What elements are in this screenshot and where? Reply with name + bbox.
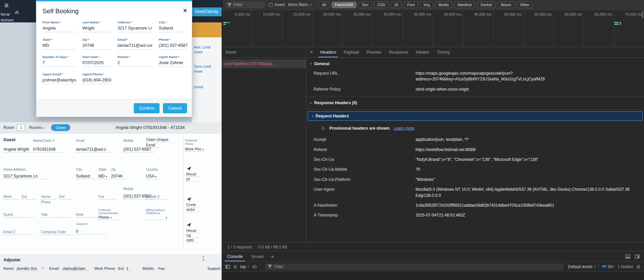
expand-drawer-icon[interactable] — [623, 251, 632, 261]
adjuster-ext-value[interactable]: 1 — [126, 266, 131, 271]
details-tab[interactable]: Payload — [340, 47, 363, 57]
details-tab[interactable]: Response — [385, 47, 412, 57]
guest-field[interactable]: Guest — [3, 212, 34, 218]
save-clarcity-button[interactable]: Save/Clarcity — [190, 7, 222, 16]
log-levels-dropdown[interactable]: Default levels ▾ — [568, 264, 595, 269]
adjuster-name-value[interactable]: Jennifer Gre — [16, 266, 41, 271]
request-headers-section-header[interactable]: ▾ Request Headers — [308, 111, 643, 121]
modal-field-value[interactable]: Josie Zohner — [159, 60, 188, 67]
clear-console-icon[interactable]: ⊘ — [233, 264, 237, 269]
console-tab[interactable]: Issues — [247, 251, 268, 261]
mobile2-field[interactable]: Mobile 2 — [146, 194, 168, 200]
email-value[interactable]: tanow711@aol.c — [76, 147, 110, 152]
network-filter-chip[interactable]: JS — [391, 2, 402, 8]
modal-field-value[interactable]: (818) 804-2903 — [82, 78, 111, 84]
add-drawer-tab-icon[interactable]: + — [268, 251, 277, 261]
network-filter-chip[interactable]: CSS — [374, 2, 389, 8]
request-row[interactable]: json?address=20746&key... — [222, 59, 306, 68]
modal-field-value[interactable]: 07/07/2025 — [82, 60, 111, 67]
rooms-dropdown[interactable]: Rooms▾ — [29, 125, 44, 130]
eye-icon[interactable] — [252, 265, 257, 268]
adjuster-email-value[interactable]: claims@claim — [62, 266, 90, 271]
claim-unique-email-link[interactable]: Claim Unique — [146, 137, 172, 142]
console-filter-input[interactable]: Filter — [265, 263, 564, 270]
general-section-header[interactable]: ▾ General — [306, 59, 644, 69]
guest-id-value[interactable]: 0 — [76, 229, 107, 235]
housing-opts-button[interactable]: Housi ng opts — [186, 222, 203, 243]
confirm-button[interactable]: Confirm — [134, 103, 160, 113]
close-details-icon[interactable]: × — [306, 47, 316, 57]
hidden-messages-label[interactable]: 1 hidden — [618, 264, 633, 269]
modal-field-value[interactable]: Sutland — [159, 26, 188, 32]
modal-field-value[interactable]: 3217 Sycamore Lr — [117, 26, 153, 32]
console-messages-area[interactable] — [222, 272, 644, 280]
network-filter-chip[interactable]: Media — [435, 2, 452, 8]
home-ext-field[interactable]: Ext — [59, 194, 72, 200]
title-field[interactable]: Title — [41, 212, 72, 218]
zip-value[interactable]: 20746 — [111, 174, 127, 179]
cancel-button[interactable]: Cancel — [163, 103, 187, 113]
city-value[interactable]: Sutland — [76, 174, 97, 179]
room-number-input[interactable]: 1 — [17, 124, 25, 131]
details-tab[interactable]: Timing — [433, 47, 453, 57]
company-code-field[interactable]: Company Code — [41, 230, 74, 235]
home-address-value[interactable]: 3217 Sycamore Ln — [3, 174, 48, 179]
console-tab[interactable]: Console — [223, 251, 247, 261]
network-filter-chip[interactable]: Socket — [477, 2, 495, 8]
modal-field-value[interactable]: (301) 537-6587 — [159, 43, 188, 50]
learn-more-link[interactable]: Learn more — [393, 126, 414, 131]
details-tab[interactable]: Headers — [316, 47, 340, 57]
modal-field-value[interactable]: tanow711@aol.cor — [117, 43, 153, 50]
nav-menu-item[interactable]: rksheet — [1, 18, 14, 22]
network-filter-chip[interactable]: Wasm — [497, 2, 515, 8]
details-tab[interactable]: Initiator — [412, 47, 433, 57]
preferred-comm-dropdown[interactable]: Phone▾ — [98, 215, 119, 220]
modal-field-value[interactable]: 2 — [117, 60, 153, 67]
network-filter-chip[interactable]: Doc — [358, 2, 372, 8]
response-headers-section-header[interactable]: ▸ Response Headers (0) — [306, 98, 644, 108]
network-filter-chip[interactable]: Img — [420, 2, 433, 8]
network-filter-input[interactable]: Filter — [225, 1, 265, 8]
home-phone-field[interactable]: Home — [41, 194, 56, 200]
work-phone-field[interactable]: Work — [3, 194, 18, 200]
guest-name-value[interactable]: Angela Wright — [3, 147, 33, 152]
scrollbar-thumb[interactable] — [642, 11, 643, 18]
claim-number-value[interactable]: 0791931546 — [33, 147, 62, 152]
modal-field-value[interactable]: 20746 — [82, 43, 111, 50]
network-filter-chip[interactable]: Manifest — [454, 2, 475, 8]
collapse-expand-control[interactable]: ∧ ∨ — [202, 256, 205, 262]
modal-field-value[interactable]: jzohner@alacritys — [42, 78, 76, 84]
console-settings-icon[interactable]: ⚙ — [636, 264, 641, 269]
network-filter-chip[interactable]: Other — [517, 2, 533, 8]
context-selector[interactable]: top ▾ — [240, 264, 249, 269]
modal-field-value[interactable]: 7 — [42, 60, 76, 67]
network-filter-chip[interactable]: Fetch/XHR — [332, 2, 357, 8]
messages-count-badge[interactable]: 99+ — [602, 264, 614, 269]
network-filter-chip[interactable]: All — [318, 2, 329, 8]
fax-field[interactable]: Fax — [98, 194, 117, 200]
name-column-header[interactable]: Name — [222, 47, 306, 58]
details-tab[interactable]: Preview — [363, 47, 385, 57]
network-timeline-overview[interactable]: 5,000 ms10,000 ms15,000 ms20,000 ms25,00… — [222, 10, 644, 47]
modal-field-value[interactable]: Wright — [82, 26, 111, 32]
receipt-button[interactable]: Recei pt — [186, 166, 203, 182]
state-dropdown[interactable]: MD▾ — [98, 174, 110, 179]
nav-menu-item[interactable]: ferral — [1, 12, 14, 16]
menu-icon[interactable]: ≡ — [4, 1, 8, 10]
clone-button[interactable]: Clone — [51, 124, 70, 131]
contractor-button[interactable]: Contr actor — [186, 197, 203, 212]
email2-field[interactable]: Email 2 — [3, 230, 34, 235]
console-sidebar-icon[interactable] — [225, 265, 230, 269]
modal-field-value[interactable]: MD — [42, 43, 76, 50]
country-dropdown[interactable]: USA▾ — [146, 174, 162, 179]
billing-delivery-dropdown[interactable]: ▾ — [146, 215, 167, 220]
dock-side-icon[interactable] — [632, 251, 642, 261]
invert-checkbox[interactable]: Invert — [269, 2, 285, 7]
mobile-value[interactable]: (301) 537-6587 — [123, 147, 154, 152]
preferred-phone-dropdown[interactable]: Work Pho▾ — [185, 147, 205, 152]
work-ext-field[interactable]: Ext — [22, 194, 35, 200]
more-filters-button[interactable]: More filters ▾ — [288, 2, 311, 7]
close-icon[interactable]: × — [183, 7, 187, 14]
modal-field-value[interactable]: Angela — [42, 26, 76, 32]
network-filter-chip[interactable]: Font — [404, 2, 418, 8]
